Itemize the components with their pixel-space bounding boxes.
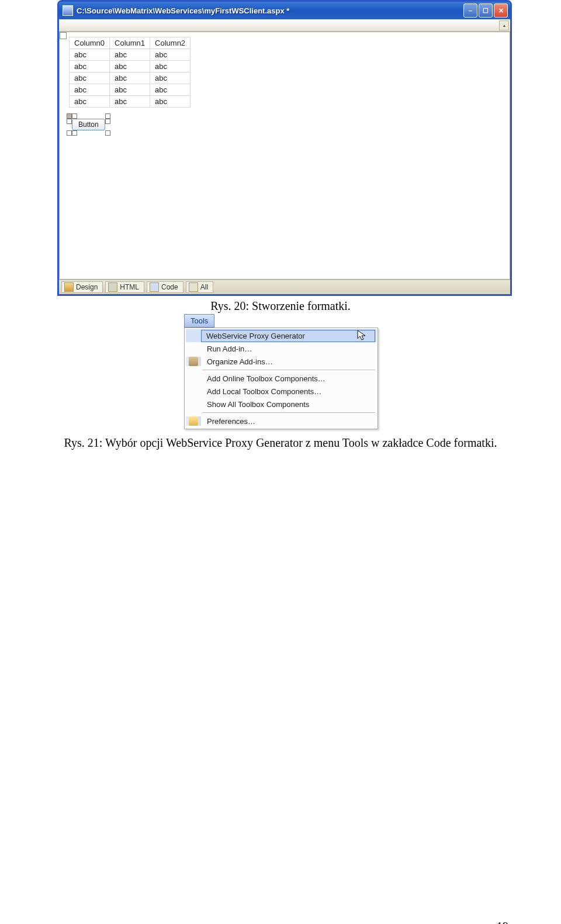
tab-html[interactable]: HTML — [105, 281, 144, 293]
table-row: abcabcabc — [70, 96, 191, 108]
html-icon — [108, 282, 117, 292]
resize-handle-icon[interactable] — [72, 113, 77, 119]
tab-label: All — [200, 283, 208, 291]
resize-handle-icon[interactable] — [72, 130, 77, 136]
tab-label: Design — [76, 283, 98, 291]
all-icon — [189, 282, 198, 292]
tab-all[interactable]: All — [186, 281, 213, 293]
app-icon — [63, 5, 73, 16]
resize-handle-icon[interactable] — [67, 130, 72, 136]
menu-item-proxy-generator[interactable]: WebService Proxy Generator — [186, 329, 376, 342]
code-icon — [150, 282, 159, 292]
tools-dropdown: WebService Proxy Generator Run Add-in… O… — [184, 327, 378, 429]
figure-caption-20: Rys. 20: Stworzenie formatki. — [0, 299, 561, 313]
menu-item-label: Add Local Toolbox Components… — [201, 387, 376, 396]
titlebar: C:\Source\WebMatrix\WebServices\myFirstW… — [59, 2, 510, 19]
menu-item-label: Preferences… — [201, 417, 376, 426]
window-title: C:\Source\WebMatrix\WebServices\myFirstW… — [77, 6, 463, 15]
svg-marker-0 — [358, 330, 365, 340]
wrench-icon — [189, 357, 198, 366]
preferences-icon — [189, 416, 198, 426]
page-number: 19 — [497, 920, 508, 924]
menu-item-label: Show All Toolbox Components — [201, 400, 376, 409]
tools-menu-button[interactable]: Tools — [184, 314, 214, 327]
menu-item-show-all[interactable]: Show All Toolbox Components — [186, 398, 376, 411]
column-header: Column1 — [110, 37, 150, 49]
designer-window: C:\Source\WebMatrix\WebServices\myFirstW… — [57, 0, 512, 296]
resize-handle-icon[interactable] — [105, 113, 110, 119]
grid-glyph-icon — [60, 32, 67, 39]
tab-code[interactable]: Code — [147, 281, 183, 293]
column-header: Column2 — [150, 37, 191, 49]
resize-handle-icon[interactable] — [105, 130, 110, 136]
data-grid[interactable]: Column0 Column1 Column2 abcabcabc abcabc… — [69, 37, 191, 108]
menu-item-label: WebService Proxy Generator — [201, 330, 375, 342]
menu-item-label: Add Online Toolbox Components… — [201, 374, 376, 383]
toolbar-bar: ▴ — [59, 19, 510, 32]
design-canvas[interactable]: Column0 Column1 Column2 abcabcabc abcabc… — [59, 32, 510, 280]
table-row: abcabcabc — [70, 73, 191, 84]
cursor-icon — [357, 330, 368, 342]
menu-item-run-addin[interactable]: Run Add-in… — [186, 342, 376, 355]
tab-label: HTML — [120, 283, 139, 291]
column-header: Column0 — [70, 37, 110, 49]
design-icon — [64, 282, 74, 292]
menu-item-preferences[interactable]: Preferences… — [186, 415, 376, 427]
button-control[interactable]: Button — [72, 119, 105, 130]
tab-design[interactable]: Design — [61, 281, 103, 293]
view-tabstrip: Design HTML Code All — [59, 280, 510, 294]
menu-item-label: Run Add-in… — [201, 344, 376, 353]
menu-item-add-local[interactable]: Add Local Toolbox Components… — [186, 385, 376, 398]
table-row: abcabcabc — [70, 61, 191, 73]
table-header-row: Column0 Column1 Column2 — [70, 37, 191, 49]
menu-item-organize-addins[interactable]: Organize Add-ins… — [186, 355, 376, 368]
table-row: abcabcabc — [70, 84, 191, 96]
menu-separator — [202, 370, 375, 370]
maximize-button[interactable]: ☐ — [479, 4, 493, 18]
table-row: abcabcabc — [70, 49, 191, 61]
minimize-button[interactable]: – — [463, 4, 477, 18]
menu-item-add-online[interactable]: Add Online Toolbox Components… — [186, 372, 376, 385]
tools-menu-screenshot: Tools WebService Proxy Generator Run Add… — [184, 314, 377, 429]
close-button[interactable]: ✕ — [494, 4, 508, 18]
figure-caption-21: Rys. 21: Wybór opcji WebService Proxy Ge… — [0, 436, 561, 450]
tab-label: Code — [161, 283, 178, 291]
menu-separator — [202, 412, 375, 413]
menu-item-label: Organize Add-ins… — [201, 357, 376, 366]
button-control-selection: Button — [67, 113, 110, 136]
resize-handle-icon[interactable] — [105, 119, 110, 124]
resize-handle-icon[interactable] — [67, 119, 72, 124]
resize-handle-icon[interactable] — [67, 113, 72, 119]
scroll-up-button[interactable]: ▴ — [499, 20, 509, 30]
